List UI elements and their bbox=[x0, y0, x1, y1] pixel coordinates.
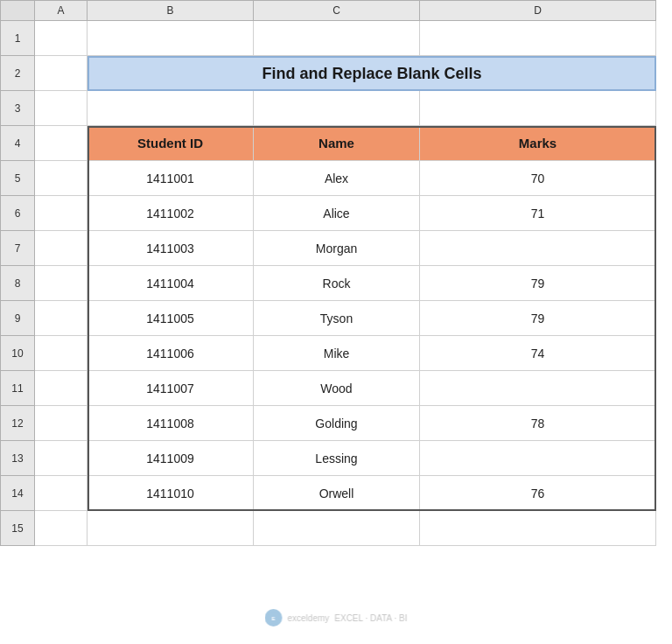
cell-a6[interactable] bbox=[35, 196, 88, 231]
row-number: 1 bbox=[0, 21, 35, 56]
exceldemy-icon: E bbox=[268, 612, 280, 624]
watermark-logo: E bbox=[265, 609, 283, 626]
column-headers: A B C D bbox=[0, 0, 672, 21]
grid-row: 4 Student ID Name Marks bbox=[0, 126, 672, 161]
grid-row: 11 1411007 Wood bbox=[0, 371, 672, 406]
row-number: 8 bbox=[0, 266, 35, 301]
grid-row: 9 1411005 Tyson 79 bbox=[0, 301, 672, 336]
cell-marks[interactable]: 71 bbox=[420, 196, 656, 231]
row-number: 6 bbox=[0, 196, 35, 231]
cell-marks[interactable]: 70 bbox=[420, 161, 656, 196]
svg-text:E: E bbox=[271, 616, 275, 621]
grid-row: 7 1411003 Morgan bbox=[0, 231, 672, 266]
cell-name[interactable]: Alice bbox=[254, 196, 420, 231]
cell-marks[interactable]: 76 bbox=[420, 476, 656, 511]
grid-row: 8 1411004 Rock 79 bbox=[0, 266, 672, 301]
cell-marks[interactable]: 74 bbox=[420, 336, 656, 371]
cell-student-id[interactable]: 1411005 bbox=[88, 301, 254, 336]
row-number: 15 bbox=[0, 511, 35, 546]
cell-marks[interactable]: 78 bbox=[420, 406, 656, 441]
cell-b1[interactable] bbox=[88, 21, 254, 56]
cell-student-id[interactable]: 1411003 bbox=[88, 231, 254, 266]
cell-a9[interactable] bbox=[35, 301, 88, 336]
row-number: 3 bbox=[0, 91, 35, 126]
grid-row: 1 bbox=[0, 21, 672, 56]
grid-row: 3 bbox=[0, 91, 672, 126]
cell-a13[interactable] bbox=[35, 441, 88, 476]
watermark-tagline: EXCEL · DATA · BI bbox=[334, 613, 407, 623]
cell-a8[interactable] bbox=[35, 266, 88, 301]
col-header-b[interactable]: B bbox=[88, 0, 254, 21]
cell-student-id[interactable]: 1411006 bbox=[88, 336, 254, 371]
col-header-d[interactable]: D bbox=[420, 0, 656, 21]
row-number: 11 bbox=[0, 371, 35, 406]
row-number: 13 bbox=[0, 441, 35, 476]
cell-b3[interactable] bbox=[88, 91, 254, 126]
cell-a2[interactable] bbox=[35, 56, 88, 91]
grid-row: 15 bbox=[0, 511, 672, 546]
grid-row: 12 1411008 Golding 78 bbox=[0, 406, 672, 441]
cell-name[interactable]: Wood bbox=[254, 371, 420, 406]
grid-row: 5 1411001 Alex 70 bbox=[0, 161, 672, 196]
cell-student-id[interactable]: 1411004 bbox=[88, 266, 254, 301]
cell-name[interactable]: Lessing bbox=[254, 441, 420, 476]
cell-c3[interactable] bbox=[254, 91, 420, 126]
cell-d1[interactable] bbox=[420, 21, 656, 56]
cell-name[interactable]: Rock bbox=[254, 266, 420, 301]
cell-student-id[interactable]: 1411007 bbox=[88, 371, 254, 406]
cell-name[interactable]: Golding bbox=[254, 406, 420, 441]
cell-marks[interactable] bbox=[420, 231, 656, 266]
cell-b15[interactable] bbox=[88, 511, 254, 546]
table-header-name[interactable]: Name bbox=[254, 126, 420, 161]
cell-a10[interactable] bbox=[35, 336, 88, 371]
row-number: 9 bbox=[0, 301, 35, 336]
cell-c1[interactable] bbox=[254, 21, 420, 56]
cell-a7[interactable] bbox=[35, 231, 88, 266]
table-header-student-id[interactable]: Student ID bbox=[88, 126, 254, 161]
watermark-text: exceldemy bbox=[288, 613, 330, 623]
row-number: 4 bbox=[0, 126, 35, 161]
cell-name[interactable]: Morgan bbox=[254, 231, 420, 266]
grid-row: 6 1411002 Alice 71 bbox=[0, 196, 672, 231]
cell-a14[interactable] bbox=[35, 476, 88, 511]
cell-marks[interactable]: 79 bbox=[420, 266, 656, 301]
cell-a5[interactable] bbox=[35, 161, 88, 196]
cell-a11[interactable] bbox=[35, 371, 88, 406]
cell-student-id[interactable]: 1411009 bbox=[88, 441, 254, 476]
cell-name[interactable]: Orwell bbox=[254, 476, 420, 511]
grid-row: 13 1411009 Lessing bbox=[0, 441, 672, 476]
spreadsheet-title[interactable]: Find and Replace Blank Cells bbox=[88, 56, 656, 91]
cell-marks[interactable]: 79 bbox=[420, 301, 656, 336]
row-number: 2 bbox=[0, 56, 35, 91]
grid-area: 1 2 Find and Replace Blank Cells 3 4 Stu… bbox=[0, 21, 672, 546]
cell-a15[interactable] bbox=[35, 511, 88, 546]
row-number: 14 bbox=[0, 476, 35, 511]
header-corner bbox=[0, 0, 35, 21]
cell-a1[interactable] bbox=[35, 21, 88, 56]
cell-c15[interactable] bbox=[254, 511, 420, 546]
cell-a4[interactable] bbox=[35, 126, 88, 161]
cell-name[interactable]: Tyson bbox=[254, 301, 420, 336]
cell-student-id[interactable]: 1411001 bbox=[88, 161, 254, 196]
cell-a12[interactable] bbox=[35, 406, 88, 441]
row-number: 5 bbox=[0, 161, 35, 196]
cell-student-id[interactable]: 1411002 bbox=[88, 196, 254, 231]
row-number: 7 bbox=[0, 231, 35, 266]
grid-row: 2 Find and Replace Blank Cells bbox=[0, 56, 672, 91]
cell-name[interactable]: Mike bbox=[254, 336, 420, 371]
spreadsheet: A B C D 1 2 Find and Replace Blank Cells… bbox=[0, 0, 672, 644]
cell-student-id[interactable]: 1411010 bbox=[88, 476, 254, 511]
grid-row: 10 1411006 Mike 74 bbox=[0, 336, 672, 371]
cell-name[interactable]: Alex bbox=[254, 161, 420, 196]
col-header-a[interactable]: A bbox=[35, 0, 88, 21]
watermark: E exceldemy EXCEL · DATA · BI bbox=[265, 609, 408, 626]
table-header-marks[interactable]: Marks bbox=[420, 126, 656, 161]
col-header-c[interactable]: C bbox=[254, 0, 420, 21]
cell-marks[interactable] bbox=[420, 371, 656, 406]
cell-marks[interactable] bbox=[420, 441, 656, 476]
cell-a3[interactable] bbox=[35, 91, 88, 126]
row-number: 12 bbox=[0, 406, 35, 441]
cell-d3[interactable] bbox=[420, 91, 656, 126]
cell-student-id[interactable]: 1411008 bbox=[88, 406, 254, 441]
cell-d15[interactable] bbox=[420, 511, 656, 546]
